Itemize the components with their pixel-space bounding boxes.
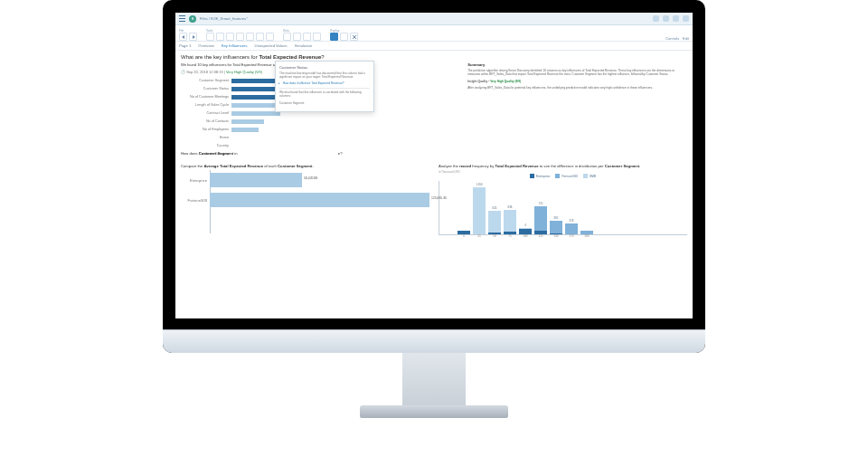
monitor-bezel: B Files / E2E_Smart_features* File — [163, 0, 705, 353]
influencer-label: Customer Segment — [181, 79, 231, 82]
page-tabs: Page 1 Overview Key Influencers Unexpect… — [175, 42, 693, 51]
data-button-4[interactable] — [313, 33, 321, 41]
histogram-value: 636 — [504, 205, 516, 209]
search-icon[interactable] — [653, 15, 659, 22]
influencer-bar — [231, 111, 280, 116]
toolbar-group-display: Display — [330, 29, 358, 41]
tooltip-link[interactable]: How does it influence Total Expected Rev… — [279, 81, 370, 85]
hamburger-icon[interactable] — [179, 15, 185, 22]
controls-link[interactable]: Controls — [665, 36, 679, 41]
histogram-x-label: 50 — [488, 234, 501, 238]
display-button-1[interactable] — [330, 33, 338, 41]
tool-button-3[interactable] — [226, 33, 234, 41]
histogram-panel: Analyze the record frequency by Total Ex… — [439, 164, 687, 235]
compare-panel: Compare the Average Total Expected Reven… — [181, 164, 429, 235]
compare-row: Fortune500125,845.35 — [181, 190, 429, 210]
influencer-bar — [231, 128, 259, 132]
histogram-value: 362 — [550, 216, 562, 220]
avatar-initial: B — [192, 16, 194, 21]
histogram-x-label: 175 — [565, 234, 578, 238]
summary-panel: Summary The predictive algorithm driving… — [467, 62, 687, 158]
redo-button[interactable] — [189, 33, 197, 41]
tooltip-corr-item: Customer Segment — [279, 101, 370, 105]
header-left: B Files / E2E_Smart_features* — [179, 15, 248, 23]
tool-button-7[interactable] — [266, 33, 274, 41]
influencer-label: No of Employees — [181, 128, 231, 131]
influencer-row[interactable]: Home — [181, 134, 460, 141]
app-header: B Files / E2E_Smart_features* — [175, 13, 693, 25]
tool-button-1[interactable] — [206, 33, 214, 41]
tool-button-5[interactable] — [246, 33, 254, 41]
histogram-heading: Analyze the record frequency by Total Ex… — [439, 164, 687, 168]
chat-icon[interactable] — [673, 15, 679, 22]
summary-title: Summary — [467, 62, 687, 67]
monitor-frame: B Files / E2E_Smart_features* File — [163, 0, 705, 456]
tab-unexpected-values[interactable]: Unexpected Values — [255, 43, 288, 48]
influencer-label: Country — [181, 144, 231, 147]
data-button-1[interactable] — [283, 33, 291, 41]
influencer-bar — [231, 119, 264, 124]
influencer-label: Length of Sales Cycle — [181, 103, 231, 107]
compare-heading: Compare the Average Total Expected Reven… — [181, 164, 429, 168]
influencer-row[interactable]: Country — [181, 142, 460, 149]
histogram-cell: 313 — [565, 223, 578, 234]
influencer-row[interactable]: No of Contacts — [181, 118, 460, 125]
histogram-column: 200 — [580, 231, 593, 234]
tooltip-body: The machine learning model has discovere… — [279, 71, 370, 79]
toolbar: File Tools — [175, 25, 693, 42]
toolbar-group-file: File — [179, 29, 197, 41]
monitor-chin — [163, 329, 705, 353]
histogram-cell: 645 — [488, 211, 501, 233]
tab-key-influencers[interactable]: Key Influencers — [222, 43, 248, 48]
histogram-x-label: 125 — [534, 234, 547, 238]
influencer-label: Contract Level — [181, 111, 231, 115]
notifications-icon[interactable] — [663, 15, 669, 22]
toolbar-group-data: Data — [283, 29, 321, 41]
tool-button-6[interactable] — [256, 33, 264, 41]
influencer-label: Home — [181, 136, 231, 139]
histogram-cell: 725 — [534, 206, 547, 231]
behind-heading: How does Customer Segment in e? — [181, 151, 342, 156]
legend-fortune500: Fortune500 — [555, 174, 577, 178]
close-icon[interactable] — [350, 33, 358, 41]
header-right — [653, 15, 689, 22]
histogram-column: 313175 — [565, 223, 578, 234]
legend-enterprise: Enterprise — [530, 174, 550, 178]
histogram-legend: Enterprise Fortune500 SMB — [439, 174, 687, 178]
histogram-column: 64550 — [488, 211, 501, 234]
histogram-column: 4100 — [519, 228, 532, 234]
fullscreen-button[interactable] — [340, 33, 348, 41]
compare-label: Enterprise — [181, 178, 210, 183]
undo-button[interactable] — [179, 33, 187, 41]
compare-label: Fortune500 — [181, 198, 210, 203]
insight-quality-body: After analyzing BRT_Sales_Data for poten… — [467, 86, 687, 90]
help-icon[interactable] — [683, 15, 689, 22]
histogram-x-label: 25 — [473, 234, 486, 238]
tab-page1[interactable]: Page 1 — [179, 43, 191, 48]
app-screen: B Files / E2E_Smart_features* File — [175, 13, 693, 318]
avatar[interactable]: B — [189, 15, 196, 23]
tab-overview[interactable]: Overview — [198, 43, 213, 48]
page-content: What are the key influencers for Total E… — [175, 51, 693, 318]
edit-link[interactable]: Edit — [683, 36, 689, 41]
influencer-row[interactable]: No of Employees — [181, 126, 460, 133]
data-button-2[interactable] — [293, 33, 301, 41]
histogram-x-label: 150 — [550, 234, 562, 238]
summary-body: The predictive algorithm driving Smart D… — [467, 69, 687, 77]
histogram-x-label: 200 — [580, 234, 593, 238]
breadcrumb[interactable]: Files / E2E_Smart_features* — [200, 16, 248, 21]
tooltip-corr-intro: We also found that this influencer is co… — [279, 90, 370, 98]
tool-button-2[interactable] — [216, 33, 224, 41]
influencer-tooltip: Customer Status The machine learning mod… — [275, 61, 374, 112]
tab-simulation[interactable]: Simulation — [295, 43, 313, 48]
insight-quality-line: Insight Quality • Very High Quality (9/9… — [467, 80, 687, 83]
histogram-value: 725 — [534, 202, 547, 205]
data-button-3[interactable] — [303, 33, 311, 41]
histogram-column: 7463675 — [504, 210, 516, 234]
histogram-chart: 01,3592564550746367541007251253621503131… — [439, 181, 687, 235]
histogram-value: 313 — [565, 219, 578, 223]
monitor-stand-base — [360, 405, 508, 418]
tool-button-4[interactable] — [236, 33, 244, 41]
compare-chart: Enterprise56,420.08Fortune500125,845.35 — [181, 170, 429, 233]
histogram-cell: 1,359 — [473, 187, 486, 234]
